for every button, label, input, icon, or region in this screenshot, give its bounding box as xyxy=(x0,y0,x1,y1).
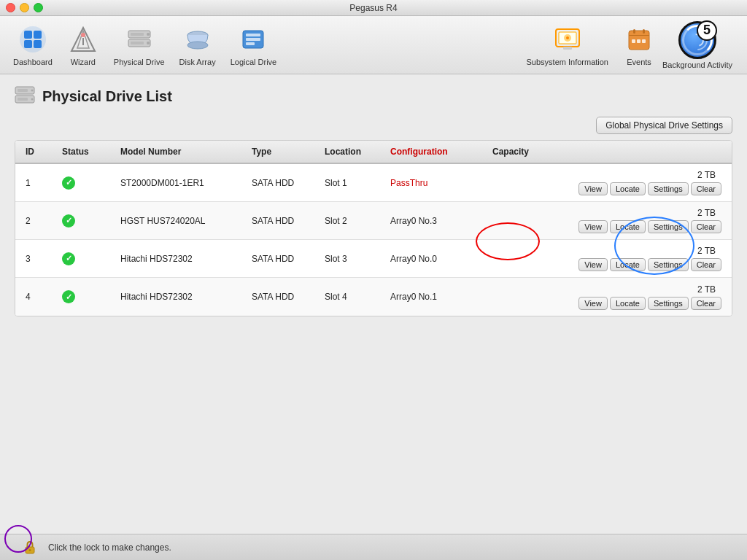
view-button-2[interactable]: View xyxy=(578,220,608,233)
toolbar-item-events[interactable]: Events xyxy=(617,21,661,69)
status-ok-icon-2 xyxy=(62,214,75,228)
cell-configuration-4: Array0 No.1 xyxy=(387,289,489,305)
cell-type-4: SATA HDD xyxy=(249,289,322,305)
svg-point-12 xyxy=(147,42,150,44)
table-row: 2 HGST HUS724020AL SATA HDD Slot 2 Array… xyxy=(15,202,732,240)
minimize-button[interactable] xyxy=(20,3,29,12)
page-header: Physical Drive List xyxy=(15,86,732,106)
cell-type-2: SATA HDD xyxy=(249,213,322,229)
cell-configuration-2: Array0 No.3 xyxy=(387,213,489,229)
cell-model-1: ST2000DM001-1ER1 xyxy=(117,175,249,191)
view-button-1[interactable]: View xyxy=(578,182,608,195)
cell-capacity-actions-3: 2 TB View Locate Settings Clear xyxy=(489,243,724,274)
disk-array-icon xyxy=(182,24,213,55)
clear-button-4[interactable]: Clear xyxy=(691,297,721,310)
svg-rect-13 xyxy=(131,33,144,36)
capacity-value-2: 2 TB xyxy=(697,208,721,218)
cell-model-2: HGST HUS724020AL xyxy=(117,213,249,229)
wizard-icon xyxy=(68,24,98,55)
cell-configuration-3: Array0 No.0 xyxy=(387,251,489,267)
cell-location-3: Slot 3 xyxy=(322,251,387,267)
page-title: Physical Drive List xyxy=(42,88,172,105)
col-header-status: Status xyxy=(59,145,117,158)
app-title: Pegasus R4 xyxy=(349,3,397,13)
toolbar-item-wizard[interactable]: Wizard xyxy=(61,21,105,69)
disk-array-label: Disk Array xyxy=(179,58,216,66)
svg-rect-28 xyxy=(633,29,635,34)
cell-id-2: 2 xyxy=(23,213,59,229)
toolbar-item-disk-array[interactable]: Disk Array xyxy=(174,21,222,69)
physical-drive-table: ID Status Model Number Type Location Con… xyxy=(15,140,732,316)
cell-location-1: Slot 1 xyxy=(322,175,387,191)
svg-point-38 xyxy=(31,98,34,101)
svg-rect-32 xyxy=(642,39,646,43)
close-button[interactable] xyxy=(6,3,15,12)
cell-model-3: Hitachi HDS72302 xyxy=(117,251,249,267)
view-button-3[interactable]: View xyxy=(578,258,608,271)
svg-rect-25 xyxy=(563,47,572,50)
svg-rect-18 xyxy=(246,34,260,36)
svg-rect-40 xyxy=(18,98,28,101)
table-row: 3 Hitachi HDS72302 SATA HDD Slot 3 Array… xyxy=(15,240,732,278)
view-button-4[interactable]: View xyxy=(578,297,608,310)
table-row: 1 ST2000DM001-1ER1 SATA HDD Slot 1 PassT… xyxy=(15,164,732,202)
clear-button-2[interactable]: Clear xyxy=(691,220,721,233)
background-activity-count: 5 xyxy=(697,20,717,41)
settings-button-2[interactable]: Settings xyxy=(648,220,689,233)
svg-point-0 xyxy=(20,26,46,52)
settings-button-4[interactable]: Settings xyxy=(648,297,689,310)
window-controls xyxy=(6,3,43,12)
physical-drive-icon xyxy=(124,24,155,55)
title-bar: Pegasus R4 xyxy=(0,0,747,16)
status-ok-icon-3 xyxy=(62,252,75,265)
settings-button-1[interactable]: Settings xyxy=(648,182,689,195)
svg-point-16 xyxy=(187,42,208,49)
toolbar-item-physical-drive[interactable]: Physical Drive xyxy=(108,21,171,69)
toolbar-item-subsystem[interactable]: Subsystem Information xyxy=(521,21,615,69)
maximize-button[interactable] xyxy=(34,3,43,12)
background-activity-label: Background Activity xyxy=(662,61,732,69)
events-label: Events xyxy=(627,58,651,66)
locate-button-3[interactable]: Locate xyxy=(610,258,646,271)
clear-button-3[interactable]: Clear xyxy=(691,258,721,271)
capacity-value-3: 2 TB xyxy=(697,246,721,256)
cell-status-2 xyxy=(59,211,117,230)
global-settings-row: Global Physical Drive Settings xyxy=(15,117,732,134)
global-physical-drive-settings-button[interactable]: Global Physical Drive Settings xyxy=(596,117,732,134)
locate-button-4[interactable]: Locate xyxy=(610,297,646,310)
action-buttons-1: View Locate Settings Clear xyxy=(578,182,721,195)
svg-rect-19 xyxy=(246,38,260,41)
col-header-model: Model Number xyxy=(117,145,249,158)
action-buttons-3: View Locate Settings Clear xyxy=(578,258,721,271)
events-icon xyxy=(624,24,654,55)
col-header-capacity: Capacity xyxy=(489,145,724,158)
capacity-value-1: 2 TB xyxy=(697,170,721,180)
settings-button-3[interactable]: Settings xyxy=(648,258,689,271)
background-activity-button[interactable]: 5 Background Activity xyxy=(662,21,732,69)
svg-rect-20 xyxy=(246,42,255,45)
table-row: 4 Hitachi HDS72302 SATA HDD Slot 4 Array… xyxy=(15,278,732,316)
cell-location-2: Slot 2 xyxy=(322,213,387,229)
svg-rect-4 xyxy=(34,40,42,48)
clear-button-1[interactable]: Clear xyxy=(691,182,721,195)
table-header: ID Status Model Number Type Location Con… xyxy=(15,141,732,164)
col-header-id: ID xyxy=(23,145,59,158)
svg-rect-1 xyxy=(24,31,32,39)
logical-drive-label: Logical Drive xyxy=(231,58,277,66)
toolbar-item-logical-drive[interactable]: Logical Drive xyxy=(225,21,283,69)
locate-button-2[interactable]: Locate xyxy=(610,220,646,233)
toolbar-item-dashboard[interactable]: Dashboard xyxy=(7,21,58,69)
cell-type-1: SATA HDD xyxy=(249,175,322,191)
lock-icon[interactable] xyxy=(22,540,38,556)
svg-rect-31 xyxy=(637,39,640,43)
cell-location-4: Slot 4 xyxy=(322,289,387,305)
cell-capacity-actions-1: 2 TB View Locate Settings Clear xyxy=(489,167,724,198)
col-header-location: Location xyxy=(322,145,387,158)
main-content: Physical Drive List Global Physical Driv… xyxy=(0,74,747,534)
svg-rect-30 xyxy=(632,39,635,43)
cell-status-4 xyxy=(59,287,117,306)
lock-label: Click the lock to make changes. xyxy=(48,542,171,553)
svg-point-24 xyxy=(566,36,569,39)
action-buttons-4: View Locate Settings Clear xyxy=(578,297,721,310)
locate-button-1[interactable]: Locate xyxy=(610,182,646,195)
